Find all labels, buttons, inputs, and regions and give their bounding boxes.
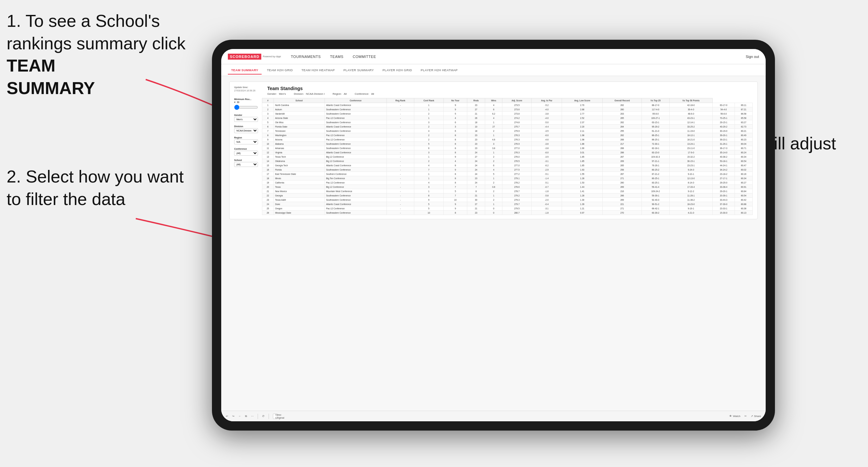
table-cell: Oregon (274, 206, 324, 211)
tab-player-h2h-heatmap[interactable]: PLAYER H2H HEATMAP (417, 66, 461, 74)
table-cell: 1.55 (562, 172, 603, 176)
clip-btn[interactable]: ✂ (744, 415, 747, 418)
table-cell: 2 (485, 189, 502, 193)
table-cell: 23 (467, 137, 485, 142)
tab-team-summary[interactable]: TEAM SUMMARY (228, 66, 261, 74)
table-cell: -1.4 (531, 176, 562, 181)
table-cell: 279.9 (502, 129, 531, 133)
table-cell: 1.86 (562, 142, 603, 146)
col-avg-to-par: Avg. to Par (531, 98, 562, 103)
table-cell: 1 (485, 202, 502, 206)
toolbar-redo[interactable]: ↪ (232, 415, 235, 418)
sign-out-link[interactable]: Sign out (746, 55, 759, 59)
tab-player-summary[interactable]: PLAYER SUMMARY (340, 66, 377, 74)
table-cell: 8 (443, 150, 467, 155)
table-cell: 5 (262, 120, 274, 125)
toolbar-divider-1 (258, 414, 258, 419)
toolbar-more[interactable]: ⋯ (251, 415, 254, 418)
table-row: 14OklahomaBig 12 Conference-24242276.5-3… (262, 159, 753, 163)
table-cell: 3.01 (562, 150, 603, 155)
table-cell: 19 (262, 181, 274, 185)
division-filter-label: Division (234, 125, 258, 127)
table-row: 23Texas A&MSoutheastern Conference-91030… (262, 198, 753, 202)
content-area: Update time: 27/03/2024 16:56:26 Team St… (221, 76, 766, 411)
table-cell: 31-29-1 (712, 142, 735, 146)
table-cell: 80.34 (735, 176, 752, 181)
table-cell: 1.44 (562, 185, 603, 189)
table-cell: 276.0 (502, 155, 531, 159)
table-cell: 1 (414, 172, 444, 176)
toolbar-divider-2 (269, 414, 269, 419)
table-cell: 80.02 (735, 167, 752, 172)
table-cell: 2 (414, 112, 444, 116)
table-cell: Southeastern Conference (324, 120, 386, 125)
view-original-btn[interactable]: View: Original (273, 414, 278, 419)
table-cell: 80.54 (735, 193, 752, 198)
nav-teams[interactable]: TEAMS (330, 55, 343, 59)
table-cell: 82.73 (735, 125, 752, 129)
table-cell: 4 (443, 159, 467, 163)
table-cell: 23-18-2 (712, 172, 735, 176)
table-cell: 1.98 (562, 133, 603, 137)
toolbar-undo[interactable]: ↩ (226, 415, 228, 418)
table-cell: 109-24-2 (642, 189, 670, 193)
nav-tournaments[interactable]: TOURNAMENTS (291, 55, 320, 59)
table-cell: 80.54 (735, 159, 752, 163)
table-cell: - (386, 185, 414, 189)
annotation-2: 2. Select how you want to filter the dat… (7, 165, 192, 210)
division-select[interactable]: NCAA Division I (234, 128, 258, 133)
table-cell: 80.13 (735, 211, 752, 215)
toolbar-back[interactable]: ← (239, 415, 241, 418)
nav-committee[interactable]: COMMITTEE (353, 55, 376, 59)
toolbar-clock[interactable]: ⏱ (262, 415, 265, 418)
table-cell: Pac-12 Conference (324, 137, 386, 142)
toolbar-copy[interactable]: ⧉ (245, 415, 247, 418)
table-cell: Atlantic Coast Conference (324, 202, 386, 206)
tab-team-h2h-heatmap[interactable]: TEAM H2H HEATMAP (298, 66, 338, 74)
table-cell: 8 (443, 133, 467, 137)
table-cell: 4 (485, 103, 502, 107)
table-cell: 80.71 (735, 146, 752, 150)
table-cell: - (386, 155, 414, 159)
table-row: 11ArkansasSoutheastern Conference-68233.… (262, 146, 753, 150)
table-cell: Atlantic Coast Conference (324, 125, 386, 129)
table-cell: Auburn (274, 107, 324, 112)
table-cell: 37-30-0 (712, 202, 735, 206)
col-conf-rank: Conf Rank (414, 98, 444, 103)
table-cell: 80.27 (735, 181, 752, 185)
tab-team-h2h-grid[interactable]: TEAM H2H GRID (264, 66, 296, 74)
tab-player-h2h-grid[interactable]: PLAYER H2H GRID (379, 66, 415, 74)
region-select[interactable]: N/A (234, 139, 258, 145)
table-cell: 5 (443, 189, 467, 193)
table-cell: 80.23 (735, 137, 752, 142)
table-cell: Arkansas (274, 146, 324, 150)
table-cell: 6 (414, 146, 444, 150)
school-select[interactable]: (All) (234, 162, 258, 167)
table-cell: 30-4-0 (669, 107, 712, 112)
conference-select[interactable]: (All) (234, 151, 258, 156)
table-cell: Texas A&M (274, 198, 324, 202)
table-cell: 8 (443, 142, 467, 146)
table-cell: 6.2 (485, 112, 502, 116)
table-cell: 1 (262, 103, 274, 107)
table-cell: 59-6-0 (712, 112, 735, 116)
table-cell: 1 (414, 107, 444, 112)
table-cell: 8 (443, 181, 467, 185)
table-cell: 217 (603, 142, 642, 146)
table-cell: 275.7 (502, 125, 531, 129)
table-cell: 3 (485, 142, 502, 146)
table-cell: 59-41-4 (642, 185, 670, 189)
table-cell: 267 (603, 172, 642, 176)
table-cell: 276.9 (502, 142, 531, 146)
table-cell: 29-15-1 (712, 120, 735, 125)
table-cell: 72-30-1 (642, 142, 670, 146)
table-cell: 277.0 (502, 146, 531, 150)
watch-btn[interactable]: 👁 Watch (729, 415, 740, 418)
table-row: 19CaliforniaPac-12 Conference-48242278.2… (262, 181, 753, 185)
table-cell: 5 (485, 172, 502, 176)
gender-select[interactable]: Men's (234, 117, 258, 122)
rank-slider[interactable] (234, 105, 258, 110)
table-cell: - (386, 167, 414, 172)
share-btn[interactable]: ↗ Share (751, 415, 761, 418)
table-cell: 85.58 (735, 116, 752, 120)
